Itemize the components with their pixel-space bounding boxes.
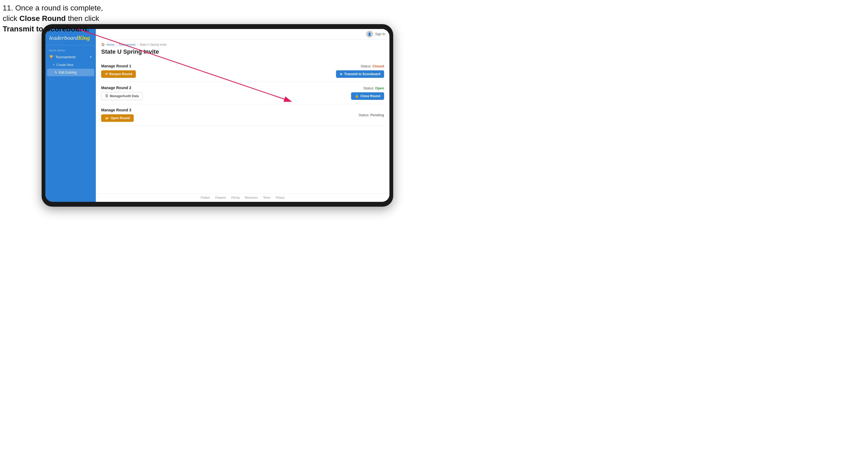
round-3-left: Manage Round 3 📂 Open Round [101,108,134,122]
round-2-left: Manage Round 2 ☰ Manage/Audit Data [101,86,143,100]
reopen-label: Reopen Round [109,72,132,76]
round-2-label: Manage Round 2 [101,86,143,90]
close-label: Close Round [361,94,380,98]
round-1-status-value: Closed [373,64,384,68]
app-layout: leaderboardKing MAIN MENU 🏆 Tournaments … [45,29,390,202]
tablet-screen: leaderboardKing MAIN MENU 🏆 Tournaments … [45,29,390,202]
breadcrumb: 🏠 Home / Tournaments / State U Spring In… [101,43,384,46]
round-3-label: Manage Round 3 [101,108,134,112]
footer-product[interactable]: Product [201,196,210,199]
close-icon: 🔒 [355,94,359,98]
round-1-left: Manage Round 1 ↺ Reopen Round [101,64,136,78]
logo-king: King [78,34,90,41]
plus-icon: + [53,63,55,67]
reopen-round-button[interactable]: ↺ Reopen Round [101,70,136,78]
edit-existing-label: Edit Existing [59,70,76,74]
transmit-label: Transmit to Scoreboard [344,72,380,76]
step-number: 11. [3,4,13,12]
bold-transmit: Transmit to Scoreboard. [3,25,89,33]
logo: leaderboardKing [49,35,92,41]
round-3-actions: 📂 Open Round [101,114,134,122]
round-1-label: Manage Round 1 [101,64,136,68]
round-2-status-value: Open [375,86,384,90]
create-new-label: Create New [56,63,73,67]
close-round-button[interactable]: 🔒 Close Round [351,92,384,100]
round-3-status: Status: Pending [359,113,384,117]
audit-label: Manage/Audit Data [110,94,139,98]
transmit-to-scoreboard-button[interactable]: ➤ Transmit to Scoreboard [336,70,384,78]
round-3-right: Status: Pending [359,113,384,117]
footer-privacy[interactable]: Privacy [276,196,284,199]
breadcrumb-home[interactable]: Home [106,43,114,46]
breadcrumb-current: State U Spring Invite [140,43,167,46]
round-2-status: Status: Open [364,86,384,90]
instruction-text: 11. Once a round is complete,click Close… [3,3,103,34]
breadcrumb-sep1: / [116,43,117,46]
round-3-status-value: Pending [370,113,384,117]
main-content: 👤 Sign In 🏠 Home / Tournaments / State U… [96,29,390,202]
content-area: 🏠 Home / Tournaments / State U Spring In… [96,39,390,193]
footer-resources[interactable]: Resources [245,196,258,199]
open-round-button[interactable]: 📂 Open Round [101,114,134,122]
breadcrumb-tournaments[interactable]: Tournaments [118,43,135,46]
home-icon: 🏠 [101,43,105,46]
trophy-icon: 🏆 [49,55,54,59]
breadcrumb-sep2: / [137,43,138,46]
footer: Product Features Pricing Resources Terms… [96,193,390,202]
page-title: State U Spring Invite [101,48,384,55]
footer-terms[interactable]: Terms [263,196,270,199]
instruction-plain: Once a round is complete,click Close Rou… [3,4,103,33]
transmit-icon: ➤ [340,72,342,76]
footer-features[interactable]: Features [215,196,226,199]
manage-audit-button[interactable]: ☰ Manage/Audit Data [101,92,143,100]
round-1-status: Status: Closed [361,64,384,68]
sidebar-sub-create-new[interactable]: + Create New [45,61,96,69]
main-menu-label: MAIN MENU [45,48,96,53]
sidebar-tournaments-label: Tournaments [56,55,76,59]
round-1-row: Manage Round 1 ↺ Reopen Round Status: [101,60,384,82]
round-1-actions: ↺ Reopen Round [101,70,136,78]
round-3-row: Manage Round 3 📂 Open Round Status: [101,104,384,126]
avatar: 👤 [366,31,373,38]
open-icon: 📂 [105,116,109,120]
sign-in-label[interactable]: Sign In [375,32,385,36]
sidebar: leaderboardKing MAIN MENU 🏆 Tournaments … [45,29,96,202]
top-header: 👤 Sign In [96,29,390,39]
logo-leaderboard: leaderboard [49,34,78,41]
bold-close-round: Close Round [19,14,66,23]
round-1-right: Status: Closed ➤ Transmit to Scoreboard [336,64,384,78]
sidebar-item-tournaments-left: 🏆 Tournaments [49,55,76,59]
round-2-right: Status: Open 🔒 Close Round [351,86,384,100]
round-2-actions: ☰ Manage/Audit Data [101,92,143,100]
reopen-icon: ↺ [105,72,107,76]
chevron-down-icon: ▼ [89,56,92,59]
footer-pricing[interactable]: Pricing [231,196,240,199]
sidebar-sub-edit-existing[interactable]: ✎ Edit Existing [47,69,94,76]
round-2-row: Manage Round 2 ☰ Manage/Audit Data Statu… [101,82,384,104]
tablet-frame: leaderboardKing MAIN MENU 🏆 Tournaments … [41,24,393,207]
open-label: Open Round [111,116,130,120]
sidebar-item-tournaments[interactable]: 🏆 Tournaments ▼ [45,53,96,61]
sign-in-area[interactable]: 👤 Sign In [366,31,385,38]
edit-icon: ✎ [55,70,57,74]
audit-icon: ☰ [105,94,108,98]
